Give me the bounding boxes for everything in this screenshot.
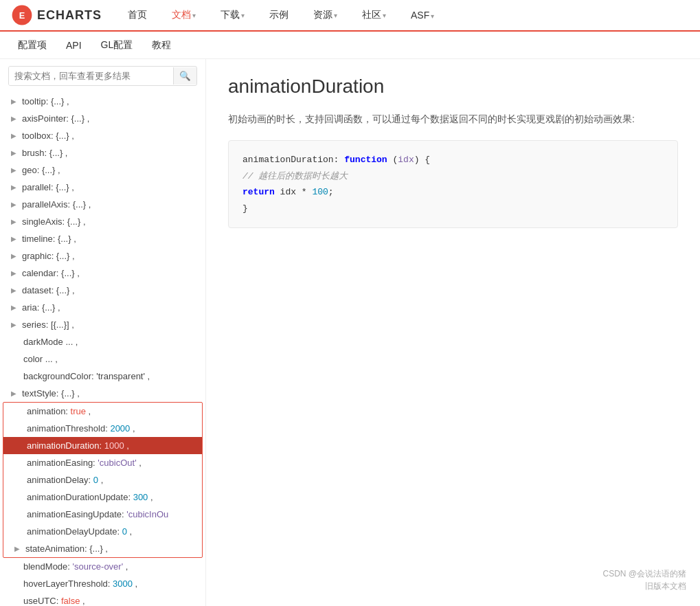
- nav-examples[interactable]: 示例: [264, 6, 294, 24]
- sidebar-item-textstyle[interactable]: ▶textStyle: {...} ,: [0, 385, 205, 402]
- main-layout: 🔍 ▶tooltip: {...} , ▶axisPointer: {...} …: [0, 59, 700, 606]
- sidebar-item-calendar[interactable]: ▶calendar: {...} ,: [0, 265, 205, 282]
- sidebar-item-graphic[interactable]: ▶graphic: {...} ,: [0, 247, 205, 265]
- sidebar-item-dataset[interactable]: ▶dataset: {...} ,: [0, 282, 205, 299]
- sidebar-item-toolbox[interactable]: ▶toolbox: {...} ,: [0, 127, 205, 144]
- code-block: animationDuration: function (idx) { // 越…: [228, 140, 678, 228]
- logo[interactable]: E ECHARTS: [11, 4, 102, 26]
- sidebar-item-animationdelayupdate[interactable]: animationDelayUpdate: 0 ,: [3, 523, 202, 540]
- sidebar-item-tooltip[interactable]: ▶tooltip: {...} ,: [0, 93, 205, 110]
- sidebar-item-animationeasing[interactable]: animationEasing: 'cubicOut' ,: [3, 454, 202, 471]
- sidebar-item-parallel[interactable]: ▶parallel: {...} ,: [0, 179, 205, 196]
- sidebar-animation-group: animation: true , animationThreshold: 20…: [3, 402, 203, 558]
- page-title: animationDuration: [228, 76, 678, 98]
- watermark-line2: 旧版本文档: [602, 580, 686, 592]
- nav-docs[interactable]: 文档▾: [166, 6, 201, 24]
- watermark-line1: CSDN @会说法语的猪: [602, 568, 686, 580]
- sidebar-item-series[interactable]: ▶series: [{...}] ,: [0, 316, 205, 333]
- sidebar-item-animationduration[interactable]: animationDuration: 1000 ,: [3, 437, 202, 454]
- nav-home[interactable]: 首页: [122, 6, 153, 24]
- sidebar-item-hoverlayer[interactable]: hoverLayerThreshold: 3000 ,: [0, 575, 205, 592]
- sidebar-item-darkmode[interactable]: darkMode ... ,: [0, 333, 205, 350]
- subnav-tutorial[interactable]: 教程: [145, 36, 178, 54]
- code-line-2: // 越往后的数据时长越大: [242, 168, 664, 184]
- nav-asf[interactable]: ASF▾: [405, 7, 440, 23]
- sidebar-item-parallelaxis[interactable]: ▶parallelAxis: {...} ,: [0, 196, 205, 213]
- sub-nav: 配置项 API GL配置 教程: [0, 32, 700, 59]
- sidebar-item-animationeasingupdate[interactable]: animationEasingUpdate: 'cubicInOu: [3, 506, 202, 523]
- code-line-3: return idx * 100;: [242, 184, 664, 200]
- code-line-1: animationDuration: function (idx) {: [242, 152, 664, 168]
- search-button[interactable]: 🔍: [173, 67, 196, 85]
- sidebar-item-stateanimation[interactable]: ▶stateAnimation: {...} ,: [3, 540, 202, 557]
- search-box[interactable]: 🔍: [8, 66, 197, 86]
- top-nav: E ECHARTS 首页 文档▾ 下载▾ 示例 资源▾ 社区▾ ASF▾: [0, 0, 700, 32]
- sidebar-item-blendmode[interactable]: blendMode: 'source-over' ,: [0, 558, 205, 575]
- sidebar-item-singleaxis[interactable]: ▶singleAxis: {...} ,: [0, 213, 205, 230]
- sidebar-item-axispointer[interactable]: ▶axisPointer: {...} ,: [0, 110, 205, 127]
- sidebar-item-timeline[interactable]: ▶timeline: {...} ,: [0, 230, 205, 247]
- sidebar-item-bgcolor[interactable]: backgroundColor: 'transparent' ,: [0, 368, 205, 385]
- description: 初始动画的时长，支持回调函数，可以通过每个数据返回不同的时长实现更戏剧的初始动画…: [228, 111, 678, 126]
- subnav-gl[interactable]: GL配置: [94, 36, 140, 54]
- svg-text:E: E: [19, 10, 25, 21]
- sidebar-item-color[interactable]: color ... ,: [0, 350, 205, 368]
- search-input[interactable]: [9, 67, 173, 85]
- sidebar-item-animation[interactable]: animation: true ,: [3, 403, 202, 420]
- content-area: animationDuration 初始动画的时长，支持回调函数，可以通过每个数…: [206, 59, 700, 606]
- sidebar: 🔍 ▶tooltip: {...} , ▶axisPointer: {...} …: [0, 59, 206, 606]
- sidebar-item-useutc[interactable]: useUTC: false ,: [0, 592, 205, 606]
- subnav-config[interactable]: 配置项: [11, 36, 54, 54]
- sidebar-item-animationdelay[interactable]: animationDelay: 0 ,: [3, 471, 202, 489]
- sidebar-item-animationdurationupdate[interactable]: animationDurationUpdate: 300 ,: [3, 489, 202, 506]
- logo-text: ECHARTS: [37, 8, 102, 23]
- nav-resources[interactable]: 资源▾: [308, 6, 343, 24]
- code-line-4: }: [242, 201, 664, 216]
- sidebar-item-animationthreshold[interactable]: animationThreshold: 2000 ,: [3, 420, 202, 437]
- logo-icon: E: [11, 4, 33, 26]
- sidebar-item-aria[interactable]: ▶aria: {...} ,: [0, 299, 205, 316]
- subnav-api[interactable]: API: [59, 37, 89, 54]
- nav-community[interactable]: 社区▾: [357, 6, 392, 24]
- watermark: CSDN @会说法语的猪 旧版本文档: [602, 568, 686, 592]
- sidebar-item-geo[interactable]: ▶geo: {...} ,: [0, 161, 205, 179]
- nav-download[interactable]: 下载▾: [215, 6, 250, 24]
- sidebar-item-brush[interactable]: ▶brush: {...} ,: [0, 144, 205, 161]
